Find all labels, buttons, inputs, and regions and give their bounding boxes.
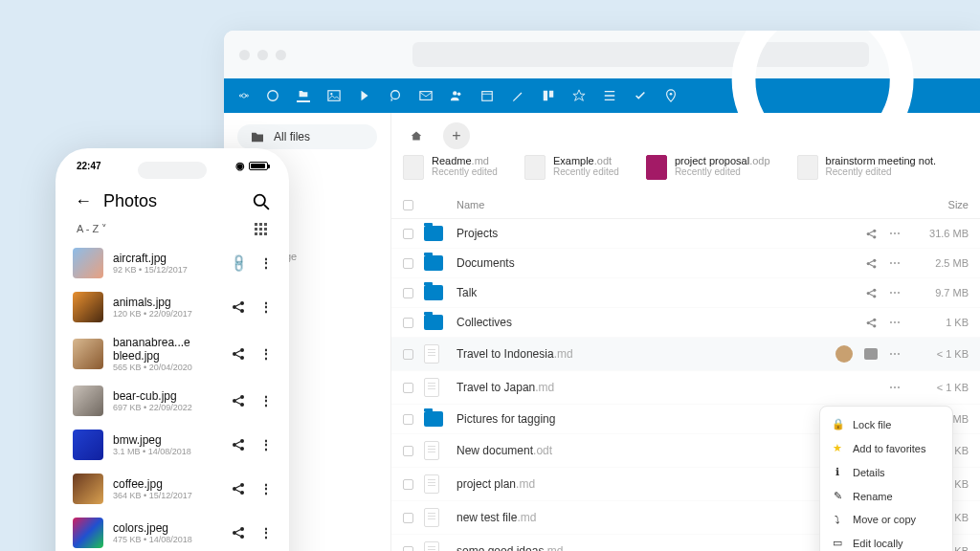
max-dot[interactable] [276, 50, 286, 60]
more-icon[interactable]: ⋯ [889, 286, 902, 299]
more-icon[interactable]: ⋮ [259, 525, 272, 540]
sidebar-label: All files [274, 130, 310, 143]
select-all-checkbox[interactable] [403, 200, 413, 210]
window-controls[interactable] [239, 50, 286, 60]
share-icon[interactable] [231, 299, 246, 315]
recent-file[interactable]: Readme.mdRecently edited [403, 155, 498, 180]
list-item[interactable]: colors.jpeg475 KB • 14/08/2018 ⋮ [67, 511, 278, 551]
view-toggle[interactable] [255, 223, 268, 235]
share-icon[interactable] [231, 437, 246, 452]
list-item[interactable]: bmw.jpeg3.1 MB • 14/08/2018 ⋮ [67, 423, 278, 467]
svg-point-3 [268, 91, 278, 101]
link-icon[interactable]: 🔗 [228, 253, 249, 274]
search-button[interactable] [253, 193, 270, 210]
photos-icon[interactable] [327, 89, 341, 102]
more-icon[interactable]: ⋯ [889, 347, 902, 361]
sort-toggle[interactable]: A - Z ˅ [77, 223, 107, 235]
list-item[interactable]: aircraft.jpg92 KB • 15/12/2017 🔗⋮ [67, 241, 278, 285]
contacts-icon[interactable] [450, 89, 463, 102]
share-icon[interactable] [865, 228, 878, 240]
row-checkbox[interactable] [403, 318, 413, 328]
files-icon[interactable] [297, 89, 310, 102]
table-row[interactable]: Documents ⋯ 2.5 MB [391, 249, 980, 278]
file-name: bmw.jpeg [113, 433, 221, 447]
more-icon[interactable]: ⋯ [889, 381, 902, 394]
table-row[interactable]: Projects ⋯ 31.6 MB [391, 219, 980, 249]
row-checkbox[interactable] [403, 229, 413, 239]
table-row[interactable]: Collectives ⋯ 1 KB [391, 308, 980, 338]
row-checkbox[interactable] [403, 479, 413, 490]
share-icon[interactable] [231, 481, 246, 496]
row-checkbox[interactable] [403, 288, 413, 298]
calendar-icon[interactable] [480, 89, 494, 102]
more-icon[interactable]: ⋯ [889, 316, 902, 329]
more-icon[interactable]: ⋮ [259, 481, 272, 496]
menu-item-pencil[interactable]: ✎Rename [820, 484, 952, 508]
row-checkbox[interactable] [403, 258, 413, 269]
deck-icon[interactable] [542, 89, 555, 102]
mail-icon[interactable] [419, 89, 433, 102]
file-name: some good ideas.md [457, 544, 815, 551]
activity-icon[interactable] [358, 89, 371, 102]
new-button[interactable]: + [443, 122, 470, 149]
menu-item-move[interactable]: ⤵Move or copy [820, 508, 952, 531]
min-dot[interactable] [257, 50, 268, 60]
row-checkbox[interactable] [403, 349, 413, 360]
list-icon[interactable] [603, 89, 616, 102]
notes-icon[interactable] [511, 89, 524, 102]
home-button[interactable] [403, 122, 430, 149]
share-icon[interactable] [231, 393, 246, 408]
share-icon[interactable] [865, 257, 878, 270]
menu-item-info[interactable]: ℹDetails [820, 460, 952, 484]
dashboard-icon[interactable] [266, 89, 279, 102]
column-name[interactable]: Name [457, 199, 815, 210]
nextcloud-logo-icon[interactable] [239, 88, 249, 103]
share-icon[interactable] [231, 346, 246, 362]
svg-point-23 [873, 258, 876, 261]
talk-icon[interactable] [389, 89, 402, 102]
row-checkbox[interactable] [403, 383, 413, 393]
favorites-nav-icon[interactable] [572, 89, 586, 102]
recent-file[interactable]: Example.odtRecently edited [524, 155, 619, 180]
laptop-icon: ▭ [832, 537, 843, 549]
sidebar-item-all-files[interactable]: All files [237, 124, 377, 149]
recent-files: Readme.mdRecently edited Example.odtRece… [391, 155, 980, 191]
svg-line-67 [236, 486, 241, 489]
row-checkbox[interactable] [403, 414, 413, 425]
menu-item-star[interactable]: ★Add to favorites [820, 436, 952, 460]
info-icon: ℹ [832, 466, 843, 478]
more-icon[interactable]: ⋯ [889, 256, 902, 270]
more-icon[interactable]: ⋮ [259, 299, 272, 315]
column-size[interactable]: Size [902, 199, 969, 210]
list-item[interactable]: animals.jpg120 KB • 22/09/2017 ⋮ [67, 285, 278, 329]
share-icon[interactable] [865, 317, 878, 329]
share-icon[interactable] [865, 287, 878, 299]
list-item[interactable]: bear-cub.jpg697 KB • 22/09/2022 ⋮ [67, 379, 278, 423]
more-icon[interactable]: ⋮ [259, 437, 272, 452]
more-icon[interactable]: ⋮ [259, 346, 272, 362]
maps-icon[interactable] [664, 89, 678, 102]
file-name: bear-cub.jpg [113, 389, 221, 403]
share-icon[interactable] [231, 525, 246, 540]
table-row[interactable]: Travel to Japan.md ⋯ < 1 KB [391, 371, 980, 405]
more-icon[interactable]: ⋯ [889, 227, 902, 240]
row-checkbox[interactable] [403, 513, 413, 523]
table-row[interactable]: Talk ⋯ 9.7 MB [391, 278, 980, 308]
row-checkbox[interactable] [403, 446, 413, 456]
close-dot[interactable] [239, 50, 250, 60]
list-item[interactable]: bananabrea...e bleed.jpg565 KB • 20/04/2… [67, 329, 278, 379]
tasks-icon[interactable] [634, 89, 647, 102]
move-icon: ⤵ [832, 514, 843, 525]
svg-point-19 [873, 235, 876, 238]
row-checkbox[interactable] [403, 546, 413, 552]
list-item[interactable]: coffee.jpg364 KB • 15/12/2017 ⋮ [67, 467, 278, 511]
more-icon[interactable]: ⋮ [259, 255, 272, 271]
recent-file[interactable]: brainstorm meeting not.Recently edited [797, 155, 937, 180]
menu-item-lock[interactable]: 🔒Lock file [820, 412, 952, 436]
table-row[interactable]: Travel to Indonesia.md ⋯ < 1 KB [391, 338, 980, 371]
more-icon[interactable]: ⋮ [259, 393, 272, 408]
file-name: animals.jpg [113, 296, 221, 309]
menu-item-laptop[interactable]: ▭Edit locally [820, 531, 952, 551]
recent-file[interactable]: project proposal.odpRecently edited [646, 155, 770, 180]
back-button[interactable]: ← [75, 191, 92, 211]
